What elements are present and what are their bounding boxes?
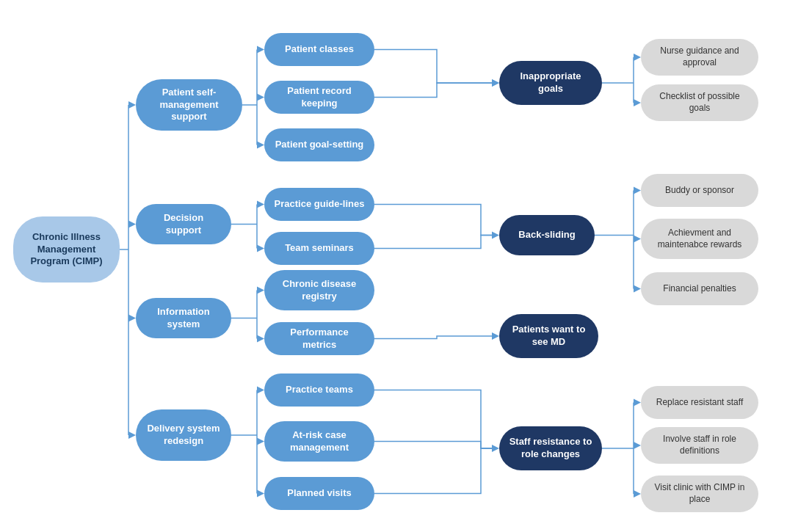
svg-marker-7 [128,315,136,322]
node-cdr: Chronic disease registry [264,270,374,310]
svg-marker-5 [128,221,136,228]
svg-marker-3 [128,101,136,109]
svg-marker-62 [634,442,641,449]
svg-marker-23 [257,245,264,252]
svg-marker-41 [492,332,499,340]
node-pgs: Patient goal-setting [264,128,374,161]
node-amr: Achievment and maintenabce rewards [641,219,758,259]
svg-marker-42 [492,445,499,452]
node-pt: Practice teams [264,374,374,407]
svg-marker-21 [257,201,264,208]
node-vcc: Visit clinic with CIMP in place [641,475,758,512]
svg-marker-27 [257,287,264,294]
node-atcm: At-risk case management [264,421,374,462]
node-sr: Staff resistance to role changes [499,426,602,470]
node-root: Chronic Illness Management Program (CIMP… [13,216,120,283]
svg-marker-39 [492,79,499,87]
svg-marker-13 [257,46,264,54]
svg-marker-48 [634,99,641,106]
svg-marker-17 [257,142,264,149]
svg-marker-37 [257,490,264,498]
svg-marker-9 [128,431,136,439]
svg-marker-52 [634,187,641,194]
node-psm: Patient self-management support [136,79,242,131]
node-ts: Team seminars [264,232,374,265]
svg-marker-15 [257,94,264,101]
svg-marker-56 [634,285,641,293]
node-pmd: Patients want to see MD [499,314,598,358]
svg-marker-40 [492,232,499,239]
node-is: Information system [136,298,231,338]
node-ig: Inappropriate goals [499,61,602,105]
node-fp: Financial penalties [641,272,758,305]
svg-marker-38 [492,79,499,87]
node-pgl: Practice guide-lines [264,188,374,221]
node-cpg: Checklist of possible goals [641,84,758,121]
node-nga: Nurse guidance and approval [641,39,758,76]
node-bs: Back-sliding [499,215,595,255]
svg-marker-64 [634,490,641,498]
node-rrs: Replace resistant staff [641,386,758,419]
svg-marker-35 [257,438,264,445]
svg-marker-60 [634,399,641,407]
node-pm: Performance metrics [264,322,374,355]
node-prk: Patient record keeping [264,81,374,114]
node-pv: Planned visits [264,477,374,510]
node-bos: Buddy or sponsor [641,174,758,207]
diagram: Chronic Illness Management Program (CIMP… [0,0,798,532]
node-ds: Decision support [136,204,231,244]
svg-marker-54 [634,236,641,243]
svg-marker-33 [257,387,264,394]
node-pc: Patient classes [264,33,374,66]
svg-marker-29 [257,335,264,343]
svg-marker-46 [634,54,641,61]
node-ird: Involve staff in role definitions [641,427,758,464]
node-dsr: Delivery system redesign [136,409,231,461]
